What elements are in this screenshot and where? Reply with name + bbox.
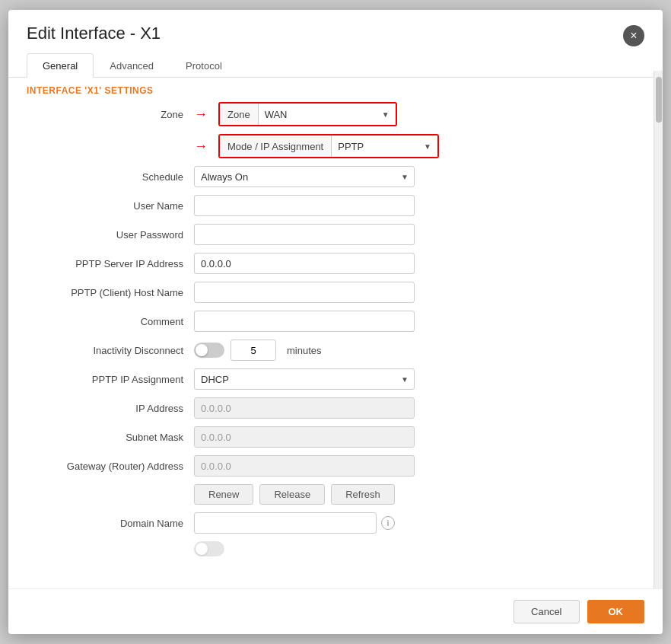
comment-input[interactable] xyxy=(194,311,415,332)
section-header: INTERFACE 'X1' SETTINGS xyxy=(8,78,663,102)
password-label: User Password xyxy=(27,229,194,241)
schedule-row: Schedule Always On xyxy=(27,166,644,187)
zone-box-label: Zone xyxy=(220,104,259,125)
mode-arrow-indicator: → xyxy=(194,139,208,153)
action-buttons-row: Renew Release Refresh xyxy=(27,484,644,505)
tab-advanced[interactable]: Advanced xyxy=(94,53,170,78)
scrollbar-track[interactable] xyxy=(654,71,663,588)
gateway-row: Gateway (Router) Address xyxy=(27,455,644,477)
gateway-input[interactable] xyxy=(194,455,415,477)
pptp-server-label: PPTP Server IP Address xyxy=(27,258,194,269)
username-row: User Name xyxy=(27,195,644,216)
minutes-label: minutes xyxy=(287,345,322,356)
zone-label: Zone xyxy=(27,109,194,120)
subnet-mask-row: Subnet Mask xyxy=(27,426,644,448)
dialog-footer: Cancel OK xyxy=(8,588,663,634)
zone-row: Zone → Zone WAN ▼ xyxy=(27,102,644,126)
domain-row: Domain Name i xyxy=(27,512,644,534)
subnet-mask-input[interactable] xyxy=(194,426,415,448)
bottom-toggle xyxy=(194,541,224,556)
pptp-ip-row: PPTP IP Assignment DHCP xyxy=(27,368,644,390)
scrollbar-thumb[interactable] xyxy=(656,77,662,123)
pptp-ip-label: PPTP IP Assignment xyxy=(27,374,194,385)
mode-select-wrapper: PPTP ▼ xyxy=(331,135,437,157)
mode-selector: Mode / IP Assignment PPTP ▼ xyxy=(218,134,439,158)
password-input[interactable] xyxy=(194,224,415,245)
zone-selector: Zone WAN ▼ xyxy=(218,102,397,126)
pptp-server-input[interactable] xyxy=(194,253,415,274)
username-label: User Name xyxy=(27,200,194,212)
schedule-select[interactable]: Always On xyxy=(194,166,415,187)
tab-protocol[interactable]: Protocol xyxy=(170,53,238,78)
domain-label: Domain Name xyxy=(27,518,194,529)
dialog-title: Edit Interface - X1 xyxy=(27,24,161,43)
domain-info-icon[interactable]: i xyxy=(381,516,395,530)
ip-address-row: IP Address xyxy=(27,397,644,419)
domain-input[interactable] xyxy=(194,512,377,534)
inactivity-label: Inactivity Disconnect xyxy=(27,345,194,356)
pptp-host-input[interactable] xyxy=(194,282,415,303)
password-row: User Password xyxy=(27,224,644,245)
ip-address-input[interactable] xyxy=(194,397,415,419)
zone-select[interactable]: WAN xyxy=(259,104,396,125)
edit-interface-dialog: Edit Interface - X1 × General Advanced P… xyxy=(8,10,663,634)
cancel-button[interactable]: Cancel xyxy=(514,600,579,623)
ip-address-label: IP Address xyxy=(27,403,194,414)
bottom-toggle-switch[interactable] xyxy=(194,541,224,556)
mode-box-label: Mode / IP Assignment xyxy=(220,135,331,157)
inactivity-toggle-container: minutes xyxy=(194,340,322,361)
tab-general[interactable]: General xyxy=(27,53,94,78)
pptp-ip-select[interactable]: DHCP xyxy=(194,368,415,390)
mode-row: → Mode / IP Assignment PPTP ▼ xyxy=(27,134,644,158)
zone-arrow-indicator: → xyxy=(194,107,208,121)
subnet-mask-label: Subnet Mask xyxy=(27,432,194,443)
inactivity-row: Inactivity Disconnect minutes xyxy=(27,340,644,361)
renew-button[interactable]: Renew xyxy=(194,484,253,505)
bottom-partial-row xyxy=(27,541,644,556)
refresh-button[interactable]: Refresh xyxy=(331,484,395,505)
inactivity-minutes-input[interactable] xyxy=(231,340,276,361)
tabs-container: General Advanced Protocol xyxy=(8,46,663,78)
username-input[interactable] xyxy=(194,195,415,216)
zone-select-wrapper: WAN ▼ xyxy=(259,104,396,125)
mode-select[interactable]: PPTP xyxy=(331,135,437,157)
pptp-host-row: PPTP (Client) Host Name xyxy=(27,282,644,303)
inactivity-toggle[interactable] xyxy=(194,343,224,358)
pptp-ip-select-wrapper: DHCP xyxy=(194,368,415,390)
pptp-host-label: PPTP (Client) Host Name xyxy=(27,287,194,298)
ok-button[interactable]: OK xyxy=(587,600,645,623)
schedule-label: Schedule xyxy=(27,171,194,183)
gateway-label: Gateway (Router) Address xyxy=(27,461,194,472)
form-content: Zone → Zone WAN ▼ → xyxy=(8,102,663,582)
comment-label: Comment xyxy=(27,316,194,327)
release-button[interactable]: Release xyxy=(259,484,325,505)
comment-row: Comment xyxy=(27,311,644,332)
dialog-header: Edit Interface - X1 × xyxy=(8,10,663,46)
close-button[interactable]: × xyxy=(623,25,644,46)
action-buttons-container: Renew Release Refresh xyxy=(194,484,395,505)
pptp-server-row: PPTP Server IP Address xyxy=(27,253,644,274)
schedule-select-wrapper: Always On xyxy=(194,166,415,187)
